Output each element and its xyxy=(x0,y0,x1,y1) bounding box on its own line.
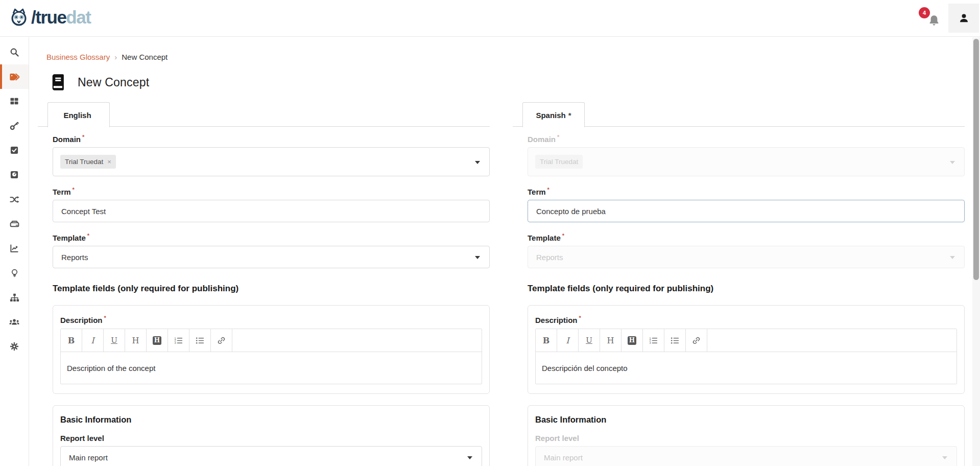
report-level-label: Report level xyxy=(60,434,482,442)
rich-text-editor: B I U H H 1 2 3 xyxy=(535,329,957,384)
sidebar-item-settings[interactable] xyxy=(0,334,29,359)
notification-count-badge: 4 xyxy=(919,7,930,18)
sidebar-item-search[interactable] xyxy=(0,40,29,64)
template-label: Template* xyxy=(528,232,965,242)
description-editor-content[interactable]: Descripción del concepto xyxy=(536,352,957,384)
breadcrumb-current: New Concept xyxy=(122,53,168,61)
notifications-button[interactable]: 4 xyxy=(924,11,941,31)
term-label: Term* xyxy=(53,187,490,196)
basic-information-heading: Basic Information xyxy=(60,415,482,425)
breadcrumb-business-glossary-link[interactable]: Business Glossary xyxy=(46,53,110,61)
chevron-down-icon xyxy=(467,456,472,459)
sidebar-item-data-sources[interactable] xyxy=(0,212,29,236)
required-asterisk: * xyxy=(579,315,581,321)
key-icon xyxy=(9,121,19,131)
chevron-down-icon xyxy=(950,161,955,164)
sidebar-item-analytics[interactable] xyxy=(0,236,29,261)
gauge-icon xyxy=(9,170,19,180)
domain-label: Domain* xyxy=(53,134,490,144)
ordered-list-button[interactable]: 1 2 3 xyxy=(168,329,189,352)
report-level-label: Report level xyxy=(535,434,957,442)
sidebar-item-dashboards[interactable] xyxy=(0,89,29,113)
breadcrumb-separator: › xyxy=(114,53,117,61)
domain-label: Domain* xyxy=(528,134,965,144)
tab-spanish[interactable]: Spanish* xyxy=(522,102,585,127)
tab-bar-spanish: Spanish* xyxy=(513,102,965,127)
tab-bar-english: English xyxy=(38,102,490,127)
unordered-list-button[interactable] xyxy=(189,329,211,352)
required-asterisk: * xyxy=(547,187,549,193)
chart-line-icon xyxy=(9,243,19,253)
chevron-down-icon xyxy=(475,161,480,164)
sitemap-icon xyxy=(9,292,20,303)
owl-icon xyxy=(8,7,30,28)
sidebar-item-lineage[interactable] xyxy=(0,187,29,212)
heading-block-button[interactable]: H xyxy=(147,329,168,352)
search-icon xyxy=(9,47,20,58)
bold-button[interactable]: B xyxy=(61,329,82,352)
heading-block-button[interactable]: H xyxy=(622,329,643,352)
basic-information-card: Basic Information Report level Main repo… xyxy=(53,405,490,466)
template-fields-heading: Template fields (only required for publi… xyxy=(53,284,490,294)
underline-button[interactable]: U xyxy=(104,329,125,352)
book-icon xyxy=(48,73,67,92)
description-card: Description* B I U H H 1 xyxy=(528,305,965,394)
description-card: Description* B I U H H 1 xyxy=(53,305,490,394)
tab-english[interactable]: English xyxy=(47,102,110,127)
link-button[interactable] xyxy=(686,329,707,352)
brand-name: /truedat xyxy=(31,7,90,28)
ordered-list-icon: 1 2 3 xyxy=(649,336,658,345)
domain-tag: Trial Truedat × xyxy=(60,155,116,169)
basic-information-heading: Basic Information xyxy=(535,415,957,425)
sidebar-item-permissions[interactable] xyxy=(0,113,29,138)
unordered-list-button[interactable] xyxy=(664,329,686,352)
vertical-scrollbar xyxy=(972,37,980,466)
ordered-list-icon: 1 2 3 xyxy=(174,336,183,345)
italic-button[interactable]: I xyxy=(82,329,104,352)
italic-button[interactable]: I xyxy=(557,329,579,352)
drive-icon xyxy=(9,219,20,229)
required-asterisk: * xyxy=(82,134,84,140)
domain-select-disabled: Trial Truedat xyxy=(528,147,965,176)
tags-icon xyxy=(9,71,20,83)
required-asterisk: * xyxy=(557,134,559,140)
term-input[interactable] xyxy=(528,200,965,222)
term-input[interactable] xyxy=(53,200,490,222)
bold-button[interactable]: B xyxy=(536,329,557,352)
report-level-select[interactable]: Main report xyxy=(60,446,482,466)
description-editor-content[interactable]: Description of the concept xyxy=(61,352,482,384)
user-menu-button[interactable] xyxy=(948,4,979,33)
svg-text:3: 3 xyxy=(175,341,176,344)
template-select-disabled: Reports xyxy=(528,246,965,268)
link-button[interactable] xyxy=(211,329,232,352)
unordered-list-icon xyxy=(195,336,205,345)
breadcrumb: Business Glossary›New Concept xyxy=(30,37,980,61)
sidebar-item-insights[interactable] xyxy=(0,261,29,285)
domain-select[interactable]: Trial Truedat × xyxy=(53,147,490,176)
domain-tag: Trial Truedat xyxy=(535,155,583,169)
side-navigation xyxy=(0,37,29,466)
underline-button[interactable]: U xyxy=(579,329,600,352)
remove-tag-icon[interactable]: × xyxy=(107,158,111,165)
required-asterisk: * xyxy=(87,232,89,239)
template-select[interactable]: Reports xyxy=(53,246,490,268)
basic-information-card: Basic Information Report level Main repo… xyxy=(528,405,965,466)
heading-button[interactable]: H xyxy=(125,329,147,352)
heading-button[interactable]: H xyxy=(600,329,622,352)
ordered-list-button[interactable]: 1 2 3 xyxy=(643,329,664,352)
sidebar-item-metrics[interactable] xyxy=(0,162,29,187)
description-label: Description* xyxy=(535,315,957,324)
sidebar-item-users[interactable] xyxy=(0,310,29,334)
brand-logo[interactable]: /truedat xyxy=(8,7,90,28)
link-icon xyxy=(217,336,226,345)
shuffle-icon xyxy=(9,194,20,205)
column-english: English Domain* Trial Truedat × Term* Te… xyxy=(38,102,490,466)
chevron-down-icon xyxy=(942,456,947,459)
scrollbar-thumb[interactable] xyxy=(973,39,979,280)
svg-text:3: 3 xyxy=(650,341,651,344)
sidebar-item-glossary[interactable] xyxy=(0,64,29,89)
gear-icon xyxy=(9,341,19,352)
sidebar-item-structures[interactable] xyxy=(0,285,29,310)
unordered-list-icon xyxy=(670,336,680,345)
sidebar-item-quality[interactable] xyxy=(0,138,29,162)
